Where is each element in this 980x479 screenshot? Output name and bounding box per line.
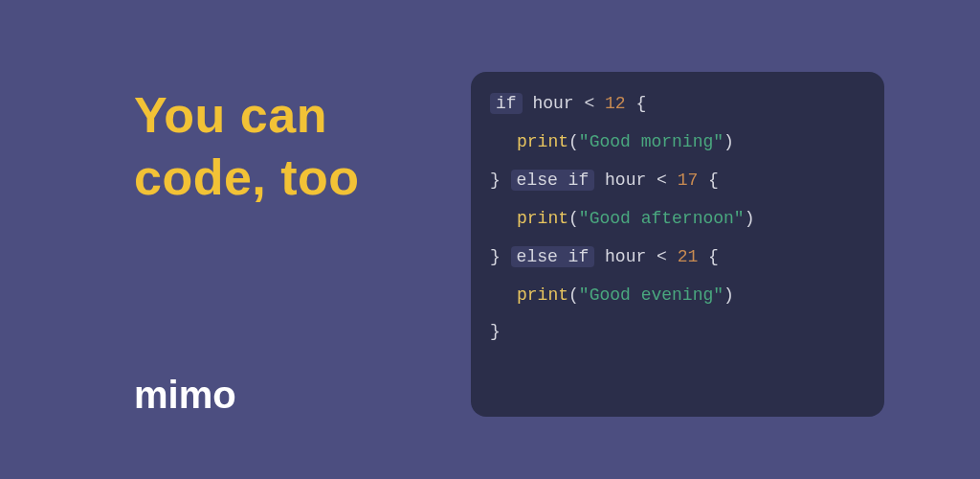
code-line-6: print("Good evening") <box>517 286 865 304</box>
code-card: if hour < 12 { print("Good morning") } e… <box>471 72 884 417</box>
code-line-3: } else if hour < 17 { <box>490 170 865 191</box>
headline: You can code, too <box>134 84 360 209</box>
code-brace: { <box>698 247 719 266</box>
code-paren: ) <box>745 209 755 228</box>
code-brace: } <box>490 322 501 341</box>
code-paren: ( <box>568 209 579 228</box>
code-paren: ) <box>724 132 734 151</box>
code-brace: { <box>626 94 647 113</box>
code-line-1: if hour < 12 { <box>490 93 865 114</box>
code-operator: < <box>657 171 678 190</box>
code-line-4: print("Good afternoon") <box>517 210 865 227</box>
code-text: hour <box>594 247 657 266</box>
code-paren: ( <box>568 132 579 151</box>
code-func: print <box>517 285 568 305</box>
brand-logo: mimo <box>134 374 236 417</box>
keyword-if: if <box>490 93 523 114</box>
code-brace: } <box>490 171 511 190</box>
code-text: hour <box>594 171 657 190</box>
code-line-5: } else if hour < 21 { <box>490 246 865 267</box>
code-line-2: print("Good morning") <box>517 133 865 150</box>
code-brace: } <box>490 247 511 266</box>
code-number: 17 <box>678 171 699 190</box>
code-text: hour <box>523 94 585 113</box>
code-func: print <box>517 132 568 151</box>
code-paren: ( <box>568 285 579 305</box>
code-brace: { <box>698 171 719 190</box>
code-string: "Good evening" <box>579 285 724 305</box>
headline-line-1: You can <box>134 87 327 143</box>
headline-line-2: code, too <box>134 149 360 205</box>
keyword-else-if: else if <box>511 170 595 191</box>
keyword-else-if: else if <box>511 246 595 267</box>
code-paren: ) <box>724 285 734 305</box>
code-string: "Good afternoon" <box>579 209 745 228</box>
code-number: 21 <box>678 247 699 266</box>
code-operator: < <box>584 94 605 113</box>
code-line-7: } <box>490 323 865 340</box>
code-string: "Good morning" <box>579 132 724 151</box>
code-number: 12 <box>605 94 626 113</box>
code-operator: < <box>657 247 678 266</box>
code-func: print <box>517 209 568 228</box>
